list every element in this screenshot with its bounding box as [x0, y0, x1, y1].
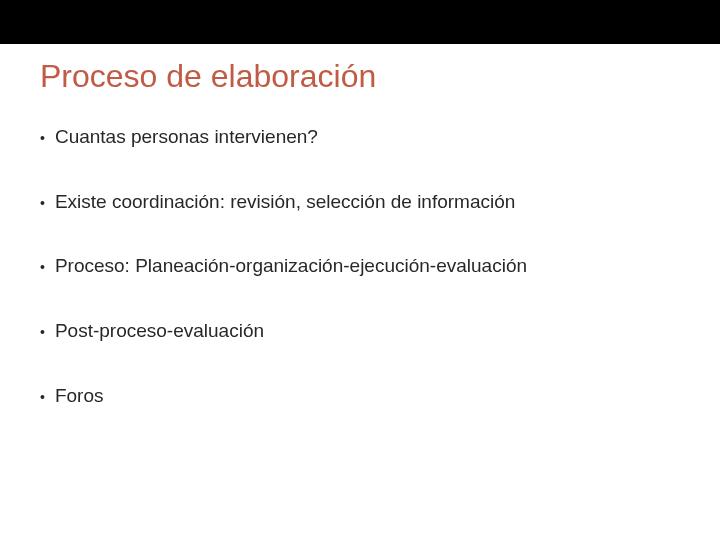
bullet-icon: •	[40, 129, 45, 147]
bullet-icon: •	[40, 194, 45, 212]
bullet-icon: •	[40, 388, 45, 406]
bullet-list: • Cuantas personas intervienen? • Existe…	[40, 125, 680, 408]
bullet-icon: •	[40, 258, 45, 276]
list-item: • Foros	[40, 384, 680, 409]
bullet-icon: •	[40, 323, 45, 341]
bullet-text: Cuantas personas intervienen?	[55, 125, 680, 150]
list-item: • Post-proceso-evaluación	[40, 319, 680, 344]
list-item: • Cuantas personas intervienen?	[40, 125, 680, 150]
bullet-text: Proceso: Planeación-organización-ejecuci…	[55, 254, 680, 279]
list-item: • Proceso: Planeación-organización-ejecu…	[40, 254, 680, 279]
list-item: • Existe coordinación: revisión, selecci…	[40, 190, 680, 215]
top-bar	[0, 0, 720, 44]
slide-content: Proceso de elaboración • Cuantas persona…	[0, 44, 720, 408]
slide-title: Proceso de elaboración	[40, 58, 680, 95]
bullet-text: Foros	[55, 384, 680, 409]
bullet-text: Existe coordinación: revisión, selección…	[55, 190, 680, 215]
bullet-text: Post-proceso-evaluación	[55, 319, 680, 344]
